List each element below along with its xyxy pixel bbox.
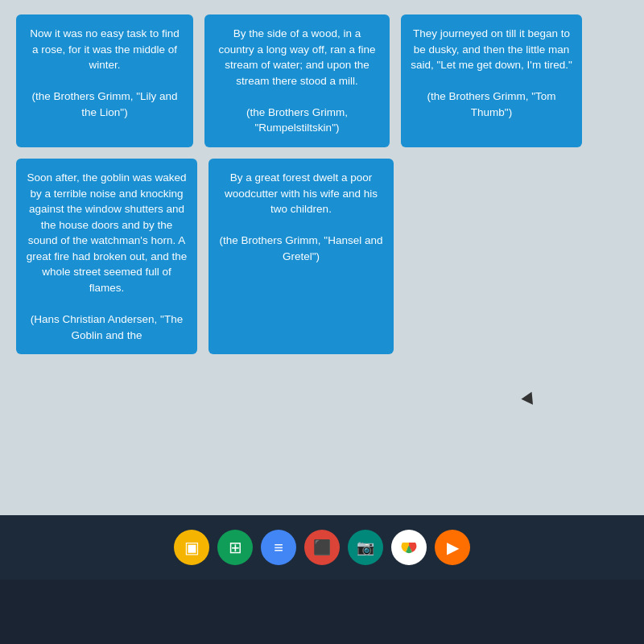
present-icon-symbol: ⬛ xyxy=(313,539,331,556)
card-lily-lion[interactable]: Now it was no easy task to find a rose, … xyxy=(16,14,193,147)
sheets-icon-symbol: ⊞ xyxy=(229,538,242,557)
card-tom-thumb[interactable]: They journeyed on till it began to be du… xyxy=(401,14,582,147)
card-rumpelstiltskin[interactable]: By the side of a wood, in a country a lo… xyxy=(204,14,390,147)
taskbar-docs-icon[interactable]: ≡ xyxy=(261,530,296,565)
taskbar-play-icon[interactable]: ▶ xyxy=(435,530,470,565)
card-hansel-gretel-text: By a great forest dwelt a poor woodcutte… xyxy=(218,170,384,217)
cards-row-1: Now it was no easy task to find a rose, … xyxy=(16,14,628,147)
play-icon-symbol: ▶ xyxy=(447,538,459,557)
card-hansel-gretel[interactable]: By a great forest dwelt a poor woodcutte… xyxy=(208,159,394,354)
card-goblin[interactable]: Soon after, the goblin was waked by a te… xyxy=(16,159,197,354)
chrome-icon-symbol xyxy=(399,536,419,559)
bottom-bar xyxy=(0,580,644,644)
taskbar-meet-icon[interactable]: 📷 xyxy=(348,530,383,565)
meet-icon-symbol: 📷 xyxy=(357,539,374,556)
card-goblin-text: Soon after, the goblin was waked by a te… xyxy=(26,170,188,296)
slides-icon-symbol: ▣ xyxy=(184,538,200,557)
card-goblin-attribution: (Hans Christian Andersen, "The Goblin an… xyxy=(26,312,188,343)
card-lily-lion-attribution: (the Brothers Grimm, "Lily and the Lion"… xyxy=(26,89,184,120)
taskbar: ▣ ⊞ ≡ ⬛ 📷 ▶ xyxy=(0,515,644,580)
taskbar-sheets-icon[interactable]: ⊞ xyxy=(217,530,253,565)
card-lily-lion-text: Now it was no easy task to find a rose, … xyxy=(26,26,184,73)
card-tom-thumb-attribution: (the Brothers Grimm, "Tom Thumb") xyxy=(411,89,572,120)
cards-row-2: Soon after, the goblin was waked by a te… xyxy=(16,159,628,354)
card-tom-thumb-text: They journeyed on till it began to be du… xyxy=(411,26,572,73)
taskbar-present-icon[interactable]: ⬛ xyxy=(304,530,340,565)
card-rumpelstiltskin-attribution: (the Brothers Grimm, "Rumpelstiltskin") xyxy=(214,105,380,136)
docs-icon-symbol: ≡ xyxy=(274,539,283,557)
card-rumpelstiltskin-text: By the side of a wood, in a country a lo… xyxy=(214,26,380,89)
taskbar-chrome-icon[interactable] xyxy=(391,530,427,565)
taskbar-slides-icon[interactable]: ▣ xyxy=(174,530,209,565)
card-hansel-gretel-attribution: (the Brothers Grimm, "Hansel and Gretel"… xyxy=(218,233,384,264)
main-content-area: Now it was no easy task to find a rose, … xyxy=(0,0,644,515)
